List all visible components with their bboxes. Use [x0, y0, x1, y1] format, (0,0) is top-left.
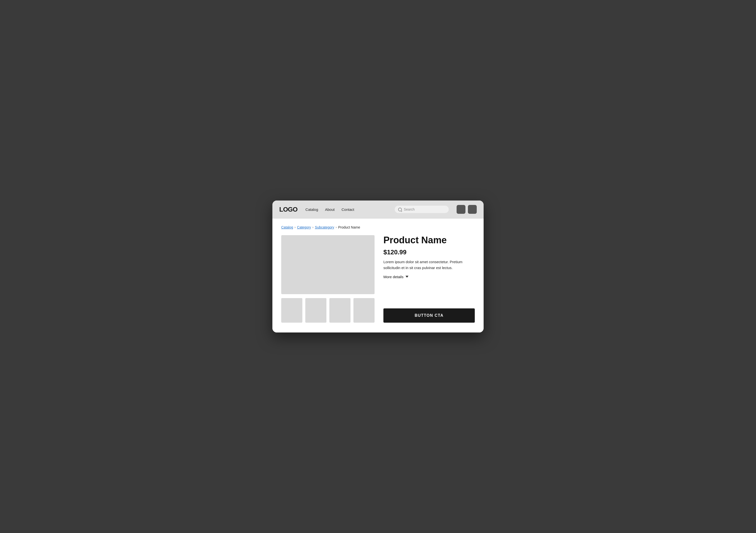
nav-contact[interactable]: Contact — [341, 208, 354, 211]
breadcrumb-sep-1: › — [294, 226, 295, 229]
nav-catalog[interactable]: Catalog — [306, 208, 318, 211]
breadcrumb: Catalog › Category › Subcategory › Produ… — [281, 225, 475, 229]
nav-links: Catalog About Contact — [306, 208, 387, 211]
product-section: Product Name $120.99 Lorem ipsum dolor s… — [281, 235, 475, 323]
search-placeholder: Search — [404, 208, 415, 211]
product-name: Product Name — [383, 235, 475, 245]
product-thumbnails — [281, 298, 375, 323]
product-description: Lorem ipsum dolor sit amet consectetur. … — [383, 259, 475, 271]
search-icon — [398, 208, 402, 211]
breadcrumb-current: Product Name — [338, 225, 360, 229]
product-price: $120.99 — [383, 248, 475, 256]
breadcrumb-sep-3: › — [336, 226, 337, 229]
icon-button-2[interactable] — [468, 205, 477, 214]
product-details: Product Name $120.99 Lorem ipsum dolor s… — [383, 235, 475, 323]
nav-about[interactable]: About — [325, 208, 335, 211]
breadcrumb-category[interactable]: Category — [297, 225, 311, 229]
chevron-down-icon — [406, 276, 408, 278]
thumbnail-1[interactable] — [281, 298, 302, 323]
header: LOGO Catalog About Contact Search — [272, 201, 484, 218]
cta-button[interactable]: BUTTON CTA — [383, 308, 475, 323]
breadcrumb-sep-2: › — [312, 226, 313, 229]
breadcrumb-catalog[interactable]: Catalog — [281, 225, 293, 229]
more-details-toggle[interactable]: More details — [383, 275, 475, 279]
breadcrumb-subcategory[interactable]: Subcategory — [315, 225, 334, 229]
thumbnail-3[interactable] — [329, 298, 350, 323]
icon-buttons — [457, 205, 477, 214]
more-details-label: More details — [383, 275, 404, 279]
product-main-image — [281, 235, 375, 294]
product-images — [281, 235, 375, 323]
icon-button-1[interactable] — [457, 205, 466, 214]
main-content: Catalog › Category › Subcategory › Produ… — [272, 218, 484, 332]
search-bar[interactable]: Search — [395, 206, 449, 213]
browser-window: LOGO Catalog About Contact Search Catalo… — [272, 201, 484, 332]
logo: LOGO — [279, 206, 298, 213]
thumbnail-4[interactable] — [353, 298, 375, 323]
thumbnail-2[interactable] — [305, 298, 326, 323]
